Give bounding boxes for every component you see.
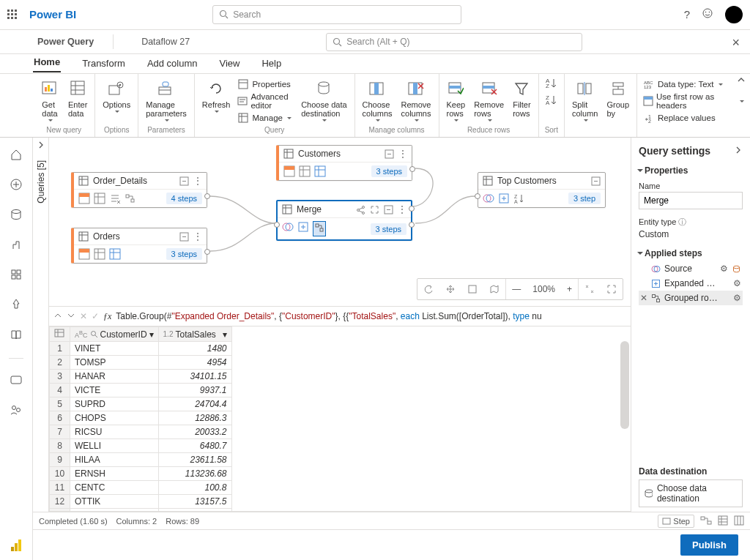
table-row[interactable]: 13QUEDE6973.63 [50,509,232,512]
table-row[interactable]: 1VINET1480 [50,342,232,356]
node-menu-icon[interactable]: ⋮ [193,176,202,186]
expand-step-icon[interactable] [297,221,309,233]
nav-deploy-icon[interactable] [10,298,23,313]
formula-bar[interactable]: Table.Group(#"Expanded Order_Details", {… [116,311,626,321]
source-step-icon[interactable] [283,165,295,177]
expand-node-icon[interactable] [179,176,189,186]
table-row[interactable]: 5SUPRD24704.4 [50,397,232,411]
zoom-out-button[interactable]: — [506,284,527,294]
nav-apps-icon[interactable] [10,268,23,283]
fullscreen-icon[interactable] [370,205,379,214]
gear-icon[interactable]: ⚙ [733,278,741,288]
applied-step-expanded[interactable]: Expanded … ⚙ [639,276,743,291]
collapse-settings-icon[interactable] [734,145,743,157]
fit-icon[interactable] [461,284,483,294]
cancel-formula-icon[interactable]: ✕ [80,311,87,321]
replace-values-button[interactable]: 12Replace values [643,112,744,124]
table-row[interactable]: 2TOMSP4954 [50,356,232,370]
choose-destination-button[interactable]: Choose data destination [300,77,348,123]
table-row[interactable]: 11CENTC100.8 [50,481,232,495]
tab-view[interactable]: View [219,55,241,72]
zoom-in-button[interactable]: + [561,284,578,294]
first-row-headers-button[interactable]: Use first row as headers [643,92,744,110]
keep-rows-button[interactable]: Keep rows [445,77,467,123]
close-icon[interactable]: × [732,35,740,51]
node-menu-icon[interactable]: ⋮ [193,232,202,242]
gear-icon[interactable]: ⚙ [720,264,728,274]
column-customerid[interactable]: ABCCustomerID▾ [70,327,159,342]
breadcrumb-powerquery[interactable]: Power Query [33,30,98,53]
nav-data-icon[interactable] [10,208,23,223]
node-orders[interactable]: Orders ⋮ [71,228,207,264]
choose-data-destination-button[interactable]: Choose data destination [639,479,743,507]
column-totalsales[interactable]: 1.2TotalSales▾ [158,327,231,342]
split-column-button[interactable]: Split column [571,77,599,123]
choose-columns-button[interactable]: Choose columns [361,77,394,123]
sort-asc-button[interactable]: AZ [545,77,558,91]
tab-add-column[interactable]: Add column [146,55,198,72]
enter-data-button[interactable]: Enter data [67,77,89,119]
expand-step-icon[interactable] [498,193,510,204]
collapse-formula-icon[interactable] [53,311,62,322]
omnisearch-input[interactable]: Search (Alt + Q) [326,33,582,51]
table-row[interactable]: 6CHOPS12886.3 [50,411,232,425]
applied-steps-section[interactable]: Applied steps [645,248,702,258]
powerbi-icon[interactable] [0,530,33,561]
merge-step-icon[interactable] [483,193,494,204]
step-icon[interactable] [109,248,121,260]
nav-myworkspace-icon[interactable] [10,403,23,419]
vertical-scrollbar[interactable] [620,341,629,429]
source-step-icon[interactable] [78,193,90,204]
steps-count[interactable]: 3 steps [371,165,407,177]
table-row[interactable]: 7RICSU20033.2 [50,425,232,439]
steps-count[interactable]: 3 step [568,193,601,204]
data-type-button[interactable]: ABC123Data type: Text [643,78,744,90]
nav-goals-icon[interactable] [10,238,23,253]
table-row[interactable]: 12OTTIK13157.5 [50,495,232,509]
node-merge[interactable]: Merge ⋮ [276,200,412,241]
tab-home[interactable]: Home [33,53,61,72]
properties-button[interactable]: Properties [237,78,294,90]
table-row[interactable]: 4VICTE9937.1 [50,384,232,397]
node-menu-icon[interactable]: ⋮ [398,205,406,214]
pan-icon[interactable] [439,284,461,294]
expand-node-icon[interactable] [591,176,601,186]
applied-step-grouped[interactable]: ✕ Grouped ro… ⚙ [639,291,743,305]
sort-step-icon[interactable]: ZA [513,193,525,204]
help-icon[interactable]: ? [684,8,690,20]
app-launcher-icon[interactable] [7,10,18,20]
diagram-view-icon[interactable] [700,515,712,527]
step-icon[interactable] [314,165,326,177]
expand-queries-icon[interactable] [37,138,45,154]
nav-learn-icon[interactable] [10,328,23,343]
column-dropdown-icon[interactable]: ▾ [149,329,154,340]
breadcrumb-dataflow[interactable]: Dataflow 27 [137,30,194,53]
step-icon[interactable] [125,193,136,204]
source-step-icon[interactable] [78,248,90,260]
table-corner[interactable] [50,327,70,342]
step-icon[interactable] [109,193,121,204]
data-preview-table[interactable]: ABCCustomerID▾ 1.2TotalSales▾ 1VINET1480… [49,326,232,512]
table-row[interactable]: 10ERNSH113236.68 [50,467,232,481]
step-view-toggle[interactable]: Step [658,515,694,528]
minimap-icon[interactable] [483,284,505,294]
expand-formula-icon[interactable] [67,311,75,322]
node-top-customers[interactable]: Top Customers ZA [478,172,606,208]
node-menu-icon[interactable]: ⋮ [398,149,407,159]
sort-desc-button[interactable]: ZA [545,94,558,108]
table-row[interactable]: 8WELLI6480.7 [50,439,232,453]
expand-diagram-icon[interactable] [601,284,623,294]
merge-step-icon[interactable] [282,221,294,233]
nav-home-icon[interactable] [10,148,23,163]
expand-node-icon[interactable] [179,232,189,242]
steps-count[interactable]: 3 steps [371,223,406,235]
accept-formula-icon[interactable]: ✓ [92,311,99,321]
tab-transform[interactable]: Transform [81,55,126,72]
global-search-input[interactable]: Search [212,5,461,24]
table-row[interactable]: 9HILAA23611.58 [50,453,232,467]
remove-rows-button[interactable]: Remove rows [472,77,505,123]
table-view-icon[interactable] [718,515,728,527]
steps-count[interactable]: 3 steps [166,248,202,260]
nav-step-icon[interactable] [94,193,105,204]
manage-button[interactable]: Manage [237,112,294,124]
